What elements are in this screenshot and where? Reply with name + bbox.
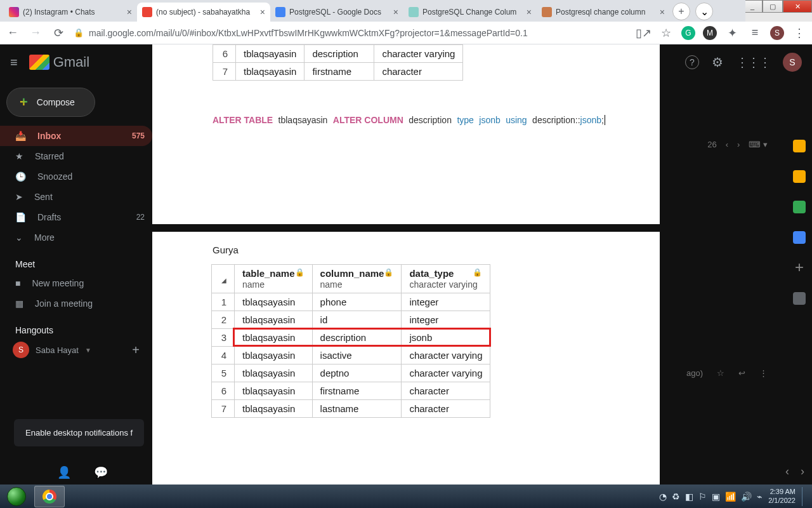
page-next-icon[interactable]: › [737,140,740,149]
tab-close-icon[interactable]: × [393,7,398,17]
start-button[interactable] [0,485,33,508]
help-icon[interactable]: ? [685,55,699,69]
extension-m-icon[interactable]: M [703,26,717,40]
hangouts-user-row[interactable]: S Saba Hayat ▼ + [0,339,152,361]
nav-reload-button[interactable]: ⟳ [51,26,66,40]
desktop-notifications-toast[interactable]: Enable desktop notifications f [14,419,144,446]
meet-section-title: Meet [0,248,152,273]
tray-icon[interactable]: ⌁ [757,491,762,502]
meet-item[interactable]: ▦Join a meeting [0,293,152,314]
address-bar[interactable]: 🔒 mail.google.com/mail/u/0/#inbox/KtbxLw… [74,28,628,38]
browser-tab[interactable]: (no subject) - sabahayatkha× [137,3,270,22]
browser-tab[interactable]: PostgreSQL Change Colum× [403,3,537,22]
taskbar-clock[interactable]: 2:39 AM 2/1/2022 [768,488,796,504]
table-cell: isactive [312,347,402,364]
tab-favicon [275,7,285,17]
tray-icon[interactable]: ▣ [712,491,720,502]
star-icon[interactable]: ☆ [717,368,724,378]
table-cell: phone [312,293,402,311]
tab-close-icon[interactable]: × [527,7,532,17]
table-cell: firstname [304,63,374,81]
tab-title: PostgreSQL - Google Docs [289,8,390,17]
sidebar-item-inbox[interactable]: 📥Inbox575 [0,126,152,146]
tray-icon[interactable]: 🔊 [741,491,752,502]
meet-item[interactable]: ■New meeting [0,273,152,293]
gmail-brand-text: Gmail [53,54,89,70]
tab-close-icon[interactable]: × [660,7,665,17]
page-prev-icon[interactable]: ‹ [726,140,728,149]
sidebar-item-icon: 📥 [15,131,26,141]
table-cell: 5 [212,364,235,382]
main-menu-icon[interactable]: ≡ [10,55,18,70]
nav-back-button[interactable]: ← [5,26,20,39]
table-row: 7tblaqsayasinlastnamecharacter [212,400,490,418]
sidebar-item-drafts[interactable]: 📄Drafts22 [0,207,152,227]
show-desktop-button[interactable] [802,487,807,506]
sidebar-item-sent[interactable]: ➤Sent [0,187,152,207]
browser-tab[interactable]: Postgresql change column× [537,3,670,22]
hangouts-add-icon[interactable]: + [132,343,140,358]
window-maximize-button[interactable]: ▢ [763,0,783,13]
browser-tab[interactable]: (2) Instagram • Chats× [4,3,137,22]
table-cell: character varying [402,347,490,364]
tray-icon[interactable]: ♻ [672,491,680,502]
table-cell: tblaqsayasin [235,382,313,400]
reply-icon[interactable]: ↩ [738,368,745,378]
table-cell: 6 [212,382,235,400]
carousel-next-icon[interactable]: › [801,465,804,478]
side-panel-app-icon[interactable] [793,292,806,305]
message-row-actions: ago) ☆ ↩ ⋮ [686,368,768,378]
hangouts-contacts-icon[interactable]: 👤 [57,465,71,479]
input-tools-icon[interactable]: ⌨ ▾ [749,140,768,149]
bookmark-star-icon[interactable]: ☆ [658,26,674,40]
extensions-puzzle-icon[interactable]: ✦ [724,26,740,40]
hangouts-username: Saba Hayat [36,345,79,355]
sidebar-item-snoozed[interactable]: 🕒Snoozed [0,166,152,187]
side-panel-app-icon[interactable] [793,201,806,213]
google-apps-icon[interactable]: ⋮⋮⋮ [736,55,770,70]
sidebar-item-icon: 🕒 [15,171,26,182]
tray-icon[interactable]: ◔ [659,491,667,502]
more-icon[interactable]: ⋮ [759,368,768,378]
hangouts-chat-icon[interactable]: 💬 [94,465,108,479]
sidebar-item-icon: ➤ [15,192,23,202]
tab-overflow-button[interactable]: ⌄ [695,3,713,20]
carousel-prev-icon[interactable]: ‹ [785,465,789,478]
table-row: 1tblaqsayasinphoneinteger [212,293,490,311]
tray-icon[interactable]: 📶 [725,491,736,502]
install-app-icon[interactable]: ▯↗ [636,26,651,40]
browser-tab[interactable]: PostgreSQL - Google Docs× [270,3,403,22]
side-panel-app-icon[interactable]: + [793,262,806,274]
sidebar-item-icon: 📄 [15,212,26,222]
tab-close-icon[interactable]: × [260,7,265,17]
table-column-header: table_name🔒name [235,265,313,293]
window-close-button[interactable]: ✕ [783,0,812,13]
table-row: 6tblaqsayasinfirstnamecharacter [212,382,490,400]
tab-title: PostgreSQL Change Colum [422,8,523,17]
reading-list-icon[interactable]: ≡ [747,26,763,39]
sidebar-item-starred[interactable]: ★Starred [0,146,152,166]
gmail-logo[interactable]: Gmail [29,54,89,70]
table-cell: character [402,400,490,418]
new-tab-button[interactable]: + [672,3,690,20]
nav-forward-button[interactable]: → [28,26,43,39]
account-avatar[interactable]: S [783,53,802,72]
tray-icon[interactable]: ⚐ [698,491,707,502]
compose-button[interactable]: + Compose [6,88,95,117]
browser-toolbar: ← → ⟳ 🔒 mail.google.com/mail/u/0/#inbox/… [0,22,812,44]
extension-grammarly-icon[interactable]: G [681,26,695,40]
sidebar-item-label: Snoozed [37,171,72,182]
tray-icon[interactable]: ◧ [685,491,693,502]
tab-title: Postgresql change column [556,8,656,17]
side-panel-app-icon[interactable] [793,170,806,183]
side-panel-app-icon[interactable] [793,231,806,244]
tab-close-icon[interactable]: × [127,7,132,17]
sidebar-item-more[interactable]: ⌄More [0,227,152,248]
taskbar-chrome-app[interactable] [34,486,65,507]
browser-menu-icon[interactable]: ⋮ [792,26,807,40]
profile-avatar-icon[interactable]: S [770,26,784,40]
settings-gear-icon[interactable]: ⚙ [712,55,723,70]
side-panel-app-icon[interactable] [793,140,806,152]
sidebar-item-label: Drafts [37,212,61,222]
tab-title: (2) Instagram • Chats [23,8,123,17]
